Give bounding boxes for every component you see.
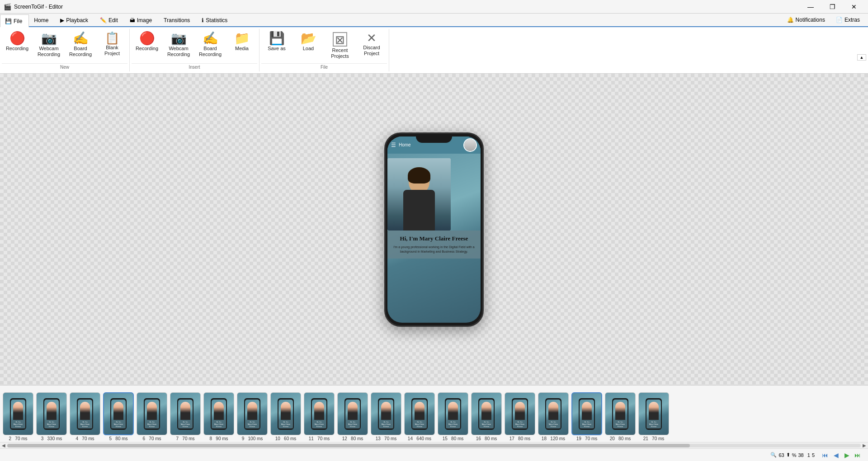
tab-playback[interactable]: ▶ Playback	[55, 14, 95, 26]
tab-file[interactable]: 💾 File	[0, 14, 29, 27]
frame-thumb-screen: Hi, I'mMary ClaireFreese	[546, 400, 561, 428]
ribbon: 🔴 Recording 📷 Webcam Recording ✍ Board R…	[0, 27, 868, 74]
timeline-frame-6[interactable]: Hi, I'mMary ClaireFreese 6 70 ms	[136, 391, 168, 442]
frame-label: 16 80 ms	[476, 436, 497, 441]
board-recording-icon: ✍	[73, 32, 89, 45]
timeline-frame-4[interactable]: Hi, I'mMary ClaireFreese 4 70 ms	[69, 391, 101, 442]
timeline-frame-12[interactable]: Hi, I'mMary ClaireFreese 12 80 ms	[336, 391, 369, 442]
timeline-frame-18[interactable]: Hi, I'mMary ClaireFreese 18 120 ms	[537, 391, 570, 442]
minimize-button[interactable]: —	[800, 0, 821, 14]
timeline-frame-17[interactable]: Hi, I'mMary ClaireFreese 17 80 ms	[504, 391, 536, 442]
scroll-track[interactable]	[7, 444, 861, 447]
timeline-frame-3[interactable]: Hi, I'mMary ClaireFreese 3 330 ms	[35, 391, 68, 442]
frame-thumb-person	[381, 402, 391, 420]
ribbon-group-new: 🔴 Recording 📷 Webcam Recording ✍ Board R…	[0, 29, 130, 71]
frame-thumb-screen: Hi, I'mMary ClaireFreese	[212, 400, 226, 428]
frame-thumb-screen: Hi, I'mMary ClaireFreese	[245, 400, 259, 428]
recent-projects-button[interactable]: ⊠ Recent Projects	[325, 30, 355, 62]
ribbon-group-new-label: New	[2, 63, 127, 71]
frame-thumb-person	[13, 402, 23, 420]
extras-label: Extras	[844, 17, 860, 23]
title-bar-controls: — ❐ ✕	[800, 0, 864, 14]
recording-button[interactable]: 🔴 Recording	[2, 30, 33, 62]
timeline-scroll[interactable]: Hi, I'mMary ClaireFreese 2 70 ms Hi, I'm…	[0, 386, 868, 442]
scrollbar-row: ◀ ▶	[0, 442, 868, 448]
save-as-button[interactable]: 💾 Save as	[261, 30, 292, 62]
webcam-recording-label: Webcam Recording	[35, 46, 63, 57]
frame-label: 11 70 ms	[309, 436, 330, 441]
timeline-frame-7[interactable]: Hi, I'mMary ClaireFreese 7 70 ms	[169, 391, 202, 442]
load-icon: 📂	[301, 32, 316, 45]
app-layout: 🎬 ScreenToGif - Editor — ❐ ✕ 💾 File Home…	[0, 0, 868, 461]
frame-thumb-screen: Hi, I'mMary ClaireFreese	[412, 400, 427, 428]
discard-project-button[interactable]: ✕ Discard Project	[356, 30, 387, 62]
notifications-button[interactable]: 🔔 Notifications	[783, 14, 830, 26]
timeline-frame-10[interactable]: Hi, I'mMary ClaireFreese 10 60 ms	[269, 391, 302, 442]
percent-sign: %	[792, 452, 797, 458]
webcam-recording-button[interactable]: 📷 Webcam Recording	[33, 30, 64, 62]
nav-next-button[interactable]: ▶	[842, 450, 852, 460]
playback-tab-icon: ▶	[60, 17, 64, 24]
status-bar: 🔍 63 ⬆ % 38 1 5 ⏮ ◀ ▶ ⏭	[0, 448, 868, 461]
timeline-frame-15[interactable]: Hi, I'mMary ClaireFreese 15 80 ms	[437, 391, 469, 442]
load-label: Load	[303, 46, 314, 52]
frame-label: 13 70 ms	[376, 436, 397, 441]
timeline-frame-19[interactable]: Hi, I'mMary ClaireFreese 19 70 ms	[571, 391, 603, 442]
frame-thumb: Hi, I'mMary ClaireFreese	[304, 392, 335, 435]
frame-thumb: Hi, I'mMary ClaireFreese	[605, 392, 636, 435]
tab-statistics[interactable]: ℹ Statistics	[197, 14, 234, 26]
ribbon-group-insert-label: Insert	[132, 63, 257, 71]
frame-thumb-screen: Hi, I'mMary ClaireFreese	[446, 400, 460, 428]
frame-thumb-text: Hi, I'mMary ClaireFreese	[345, 420, 360, 428]
extras-button[interactable]: 📄 Extras	[831, 14, 864, 26]
close-button[interactable]: ✕	[844, 0, 864, 14]
frame-thumb-phone: Hi, I'mMary ClaireFreese	[445, 398, 461, 430]
insert-recording-button[interactable]: 🔴 Recording	[132, 30, 162, 62]
nav-first-button[interactable]: ⏮	[820, 450, 830, 460]
blank-project-button[interactable]: 📋 Blank Project	[97, 30, 127, 62]
timeline-frame-8[interactable]: Hi, I'mMary ClaireFreese 8 90 ms	[203, 391, 235, 442]
frame-thumb-screen: Hi, I'mMary ClaireFreese	[78, 400, 92, 428]
timeline-frame-20[interactable]: Hi, I'mMary ClaireFreese 20 80 ms	[604, 391, 637, 442]
insert-media-button[interactable]: 📁 Media	[226, 30, 257, 62]
tab-home[interactable]: Home	[29, 14, 55, 26]
frame-thumb-text: Hi, I'mMary ClaireFreese	[312, 420, 326, 428]
timeline-frame-21[interactable]: Hi, I'mMary ClaireFreese 21 70 ms	[637, 391, 670, 442]
scroll-right-arrow[interactable]: ▶	[862, 443, 867, 448]
ribbon-collapse-button[interactable]: ▲	[857, 54, 866, 61]
timeline-frame-5[interactable]: Hi, I'mMary ClaireFreese 5 80 ms	[102, 391, 135, 442]
frame-thumb-phone: Hi, I'mMary ClaireFreese	[545, 398, 561, 430]
load-button[interactable]: 📂 Load	[293, 30, 324, 62]
frame-thumb-text: Hi, I'mMary ClaireFreese	[145, 420, 159, 428]
insert-webcam-button[interactable]: 📷 Webcam Recording	[163, 30, 194, 62]
scroll-left-arrow[interactable]: ◀	[1, 443, 6, 448]
frame-label: 7 70 ms	[176, 436, 194, 441]
nav-prev-button[interactable]: ◀	[831, 450, 841, 460]
ribbon-group-file: 💾 Save as 📂 Load ⊠ Recent Projects ✕ Dis…	[259, 29, 389, 71]
insert-media-icon: 📁	[234, 32, 250, 45]
timeline-frame-2[interactable]: Hi, I'mMary ClaireFreese 2 70 ms	[2, 391, 34, 442]
insert-board-button[interactable]: ✍ Board Recording	[195, 30, 226, 62]
tab-transitions[interactable]: Transitions	[159, 14, 197, 26]
person-figure	[399, 167, 439, 230]
board-recording-button[interactable]: ✍ Board Recording	[65, 30, 96, 62]
timeline-frame-11[interactable]: Hi, I'mMary ClaireFreese 11 70 ms	[303, 391, 335, 442]
tab-edit[interactable]: ✏️ Edit	[95, 14, 125, 26]
maximize-button[interactable]: ❐	[822, 0, 843, 14]
timeline: Hi, I'mMary ClaireFreese 2 70 ms Hi, I'm…	[0, 385, 868, 448]
timeline-frame-16[interactable]: Hi, I'mMary ClaireFreese 16 80 ms	[470, 391, 503, 442]
nav-last-button[interactable]: ⏭	[853, 450, 863, 460]
frame-thumb-phone: Hi, I'mMary ClaireFreese	[478, 398, 495, 430]
discard-project-label: Discard Project	[358, 45, 386, 56]
timeline-frame-13[interactable]: Hi, I'mMary ClaireFreese 13 70 ms	[370, 391, 402, 442]
timeline-frame-9[interactable]: Hi, I'mMary ClaireFreese 9 100 ms	[236, 391, 269, 442]
ribbon-group-file-label: File	[261, 63, 387, 71]
title-bar: 🎬 ScreenToGif - Editor — ❐ ✕	[0, 0, 868, 14]
frame-thumb-screen: Hi, I'mMary ClaireFreese	[178, 400, 193, 428]
frame-thumb: Hi, I'mMary ClaireFreese	[505, 392, 535, 435]
tab-image[interactable]: 🏔 Image	[125, 14, 159, 26]
phone-text-section: Hi, I'm Mary Claire Freese I'm a young p…	[387, 230, 481, 259]
timeline-frame-14[interactable]: Hi, I'mMary ClaireFreese 14 640 ms	[403, 391, 436, 442]
frame-thumb-person	[348, 402, 358, 420]
frame-thumb-screen: Hi, I'mMary ClaireFreese	[345, 400, 360, 428]
